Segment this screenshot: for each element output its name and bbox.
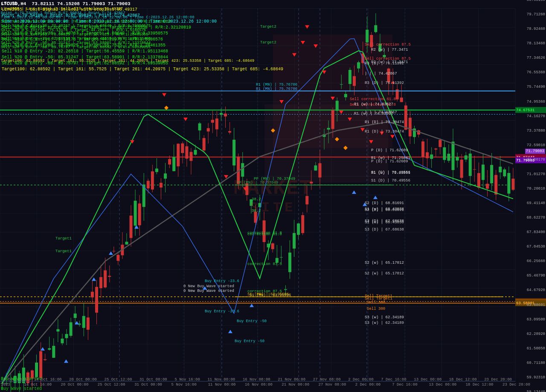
buy-wave-started: Buy Wave started <box>1 386 42 391</box>
chart-container: MARKET SITE LTCUSD Line2055 | Last Signa… <box>0 0 546 392</box>
chart-canvas <box>0 0 546 392</box>
